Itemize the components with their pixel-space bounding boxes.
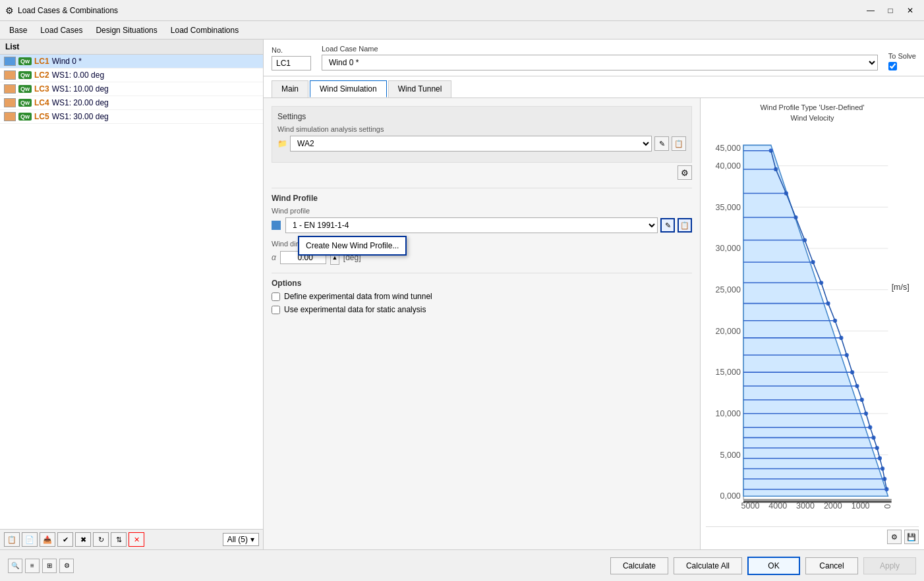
wind-profile-copy-button[interactable]: 📋	[678, 218, 692, 233]
tab-wind-simulation[interactable]: Wind Simulation	[310, 80, 387, 97]
ok-button[interactable]: OK	[747, 557, 800, 575]
settings-panel: Settings Wind simulation analysis settin…	[264, 98, 700, 549]
title-bar-text: Load Cases & Combinations	[18, 6, 862, 15]
name-field-group: Load Case Name Wind 0 *	[322, 45, 878, 70]
options-title: Options	[272, 279, 692, 288]
menu-load-cases[interactable]: Load Cases	[34, 23, 89, 38]
calculate-button[interactable]: Calculate	[610, 557, 668, 574]
svg-text:10,000: 10,000	[716, 409, 741, 418]
list-item[interactable]: Qw LC1 Wind 0 *	[0, 55, 263, 69]
item-name: WS1: 30.00 deg	[52, 112, 109, 121]
main-content: List Qw LC1 Wind 0 * Qw LC2 WS1: 0.00 de…	[0, 40, 924, 549]
filter-dropdown[interactable]: All (5) ▾	[223, 533, 259, 546]
list-item[interactable]: Qw LC3 WS1: 10.00 deg	[0, 82, 263, 96]
add-button[interactable]: 📋	[4, 532, 20, 547]
profile-color-box	[272, 221, 281, 230]
option-1-checkbox[interactable]	[272, 292, 280, 301]
lc-label: LC2	[34, 70, 49, 80]
option-2-checkbox[interactable]	[272, 306, 280, 314]
refresh-button[interactable]: ↻	[93, 532, 109, 547]
cross-button[interactable]: ✖	[75, 532, 91, 547]
option-2-row: Use experimental data for static analysi…	[272, 305, 692, 314]
delete-button[interactable]: ✕	[129, 532, 144, 547]
check-button[interactable]: ✔	[57, 532, 73, 547]
analysis-select[interactable]: WA2	[290, 136, 652, 152]
option-1-label: Define experimental data from wind tunne…	[284, 292, 432, 301]
menu-load-combinations[interactable]: Load Combinations	[164, 23, 245, 38]
list-footer: 📋 📄 📥 ✔ ✖ ↻ ⇅ ✕ All (5) ▾	[0, 529, 263, 549]
svg-text:35,000: 35,000	[716, 203, 741, 212]
lc-label: LC4	[34, 98, 49, 107]
cancel-button[interactable]: Cancel	[805, 557, 858, 574]
analysis-copy-button[interactable]: 📋	[672, 136, 686, 151]
wind-profile-title: Wind Profile	[272, 194, 692, 203]
apply-button[interactable]: Apply	[863, 557, 916, 574]
menu-bar: Base Load Cases Design Situations Load C…	[0, 21, 924, 40]
wind-profile-select[interactable]: 1 - EN 1991-1-4	[285, 217, 658, 233]
close-button[interactable]: ✕	[902, 4, 919, 17]
name-select[interactable]: Wind 0 *	[322, 55, 878, 70]
bottom-search-button[interactable]: 🔍	[8, 559, 22, 573]
wind-profile-edit-button[interactable]: ✎	[660, 218, 675, 233]
chart-export-button[interactable]: 💾	[904, 530, 919, 544]
to-solve-checkbox[interactable]	[888, 62, 897, 70]
left-panel: List Qw LC1 Wind 0 * Qw LC2 WS1: 0.00 de…	[0, 40, 264, 549]
bottom-tree-button[interactable]: ⊞	[42, 559, 57, 573]
profile-select-row: 1 - EN 1991-1-4 ✎ 📋 Create New Wind Prof…	[272, 217, 692, 233]
svg-text:20,000: 20,000	[716, 327, 741, 336]
bottom-settings-button[interactable]: ⚙	[59, 559, 74, 573]
list-item[interactable]: Qw LC4 WS1: 20.00 deg	[0, 96, 263, 110]
svg-text:[m/s]: [m/s]	[892, 283, 910, 292]
tab-wind-tunnel[interactable]: Wind Tunnel	[388, 80, 452, 97]
item-name: WS1: 20.00 deg	[52, 98, 109, 107]
analysis-label: Wind simulation analysis settings	[277, 125, 686, 133]
maximize-button[interactable]: □	[882, 4, 899, 17]
item-badge: Qw	[18, 71, 32, 79]
svg-text:5,000: 5,000	[720, 451, 741, 460]
list-item[interactable]: Qw LC5 WS1: 30.00 deg	[0, 110, 263, 124]
svg-text:40,000: 40,000	[716, 161, 741, 171]
analysis-select-row: 📁 WA2 ✎ 📋	[277, 136, 686, 152]
copy-button[interactable]: 📄	[22, 532, 38, 547]
right-panel: No. Load Case Name Wind 0 * To Solve	[264, 40, 924, 549]
no-input[interactable]	[272, 56, 311, 70]
calculate-all-button[interactable]: Calculate All	[674, 557, 742, 574]
create-wind-profile-popup: Create New Wind Profile...	[298, 236, 407, 256]
paste-button[interactable]: 📥	[40, 532, 55, 547]
options-section: Options Define experimental data from wi…	[272, 273, 692, 314]
svg-text:25,000: 25,000	[716, 285, 741, 294]
settings-options-button[interactable]: ⚙	[678, 165, 692, 180]
list-header: List	[0, 40, 263, 55]
to-solve-checkbox-row	[888, 62, 916, 70]
settings-section: Settings Wind simulation analysis settin…	[272, 106, 692, 163]
wind-profile-label: Wind profile	[272, 207, 692, 215]
create-wind-profile-menu-item[interactable]: Create New Wind Profile...	[299, 237, 405, 254]
item-badge: Qw	[18, 113, 32, 121]
svg-text:0,000: 0,000	[720, 491, 741, 501]
lc-label: LC5	[34, 112, 49, 121]
list-item[interactable]: Qw LC2 WS1: 0.00 deg	[0, 69, 263, 82]
to-solve-section: To Solve	[888, 52, 916, 70]
tab-main[interactable]: Main	[272, 80, 308, 97]
item-name: WS1: 0.00 deg	[52, 70, 104, 80]
menu-base[interactable]: Base	[3, 23, 34, 38]
item-name: Wind 0 *	[52, 57, 82, 66]
svg-text:15,000: 15,000	[716, 368, 741, 377]
bottom-bar: 🔍 ≡ ⊞ ⚙ Calculate Calculate All OK Cance…	[0, 549, 924, 581]
tabs-bar: Main Wind Simulation Wind Tunnel	[264, 76, 924, 98]
analysis-edit-button[interactable]: ✎	[654, 136, 669, 151]
option-2-label: Use experimental data for static analysi…	[284, 305, 426, 314]
footer-toolbar: 📋 📄 📥 ✔ ✖ ↻ ⇅ ✕	[4, 532, 144, 547]
chart-settings-button[interactable]: ⚙	[887, 530, 902, 544]
wind-chart-svg: 0,000 5,000 10,000 15,000 20,000 25,000 …	[706, 124, 919, 524]
sort-button[interactable]: ⇅	[111, 532, 127, 547]
minimize-button[interactable]: —	[862, 4, 879, 17]
settings-title: Settings	[277, 112, 686, 121]
chevron-down-icon: ▾	[250, 535, 254, 544]
top-fields: No. Load Case Name Wind 0 * To Solve	[264, 40, 924, 76]
no-field-group: No.	[272, 46, 311, 70]
item-badge: Qw	[18, 85, 32, 93]
chart-title-2: Wind Velocity	[706, 114, 919, 122]
bottom-table-button[interactable]: ≡	[25, 559, 40, 573]
menu-design-situations[interactable]: Design Situations	[89, 23, 163, 38]
